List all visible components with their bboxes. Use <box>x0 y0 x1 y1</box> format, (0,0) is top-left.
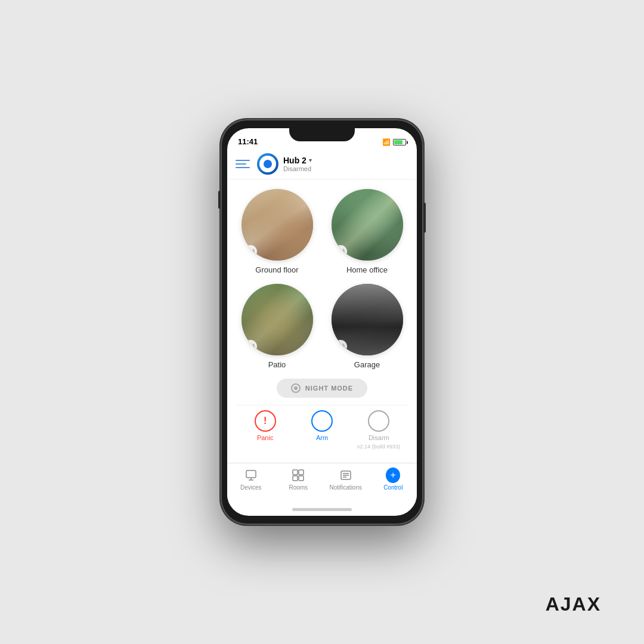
menu-line-2 <box>236 163 246 165</box>
chevron-down-icon: ▾ <box>309 157 312 163</box>
hub-name: Hub 2 <box>283 156 306 165</box>
tab-bar: Devices Rooms <box>227 463 417 506</box>
room-circle-patio <box>242 284 313 355</box>
disarm-button[interactable]: Disarm <box>368 410 389 441</box>
hub-status: Disarmed <box>283 165 312 172</box>
tab-rooms[interactable]: Rooms <box>282 468 315 491</box>
notifications-tab-icon <box>339 468 353 482</box>
app-header: Hub 2 ▾ Disarmed <box>227 148 417 179</box>
room-label-patio: Patio <box>268 360 286 369</box>
hub-avatar-dot <box>264 160 272 168</box>
phone-screen: 11:41 📶 <box>227 128 417 516</box>
wifi-icon: 📶 <box>382 138 391 146</box>
status-icons: 📶 <box>382 138 406 146</box>
hub-info[interactable]: Hub 2 ▾ Disarmed <box>257 153 312 175</box>
arm-overlay-patio <box>244 340 257 353</box>
home-bar <box>292 508 352 511</box>
svg-rect-4 <box>299 470 304 475</box>
control-tab-icon: + <box>386 468 400 482</box>
room-circle-garage <box>332 284 403 355</box>
svg-rect-0 <box>246 470 256 478</box>
ajax-logo: AJAX <box>546 593 601 615</box>
night-mode-button[interactable]: NIGHT MODE <box>277 379 367 398</box>
panic-circle-icon: ! <box>255 410 276 432</box>
tab-rooms-label: Rooms <box>289 484 308 491</box>
arm-ring-garage <box>336 342 345 351</box>
menu-icon[interactable] <box>236 160 250 168</box>
tab-notifications[interactable]: Notifications <box>329 468 362 491</box>
svg-rect-6 <box>299 476 304 481</box>
phone-notch <box>289 128 355 141</box>
tab-notifications-label: Notifications <box>330 484 362 491</box>
room-circle-home-office <box>332 189 403 261</box>
arm-ring-home-office <box>336 247 345 256</box>
tab-devices[interactable]: Devices <box>234 468 267 491</box>
room-label-home-office: Home office <box>346 265 388 274</box>
arm-button[interactable]: Arm <box>311 410 333 441</box>
menu-line-3 <box>236 167 250 168</box>
scene: AJAX 11:41 📶 <box>0 0 644 644</box>
room-circle-ground-floor <box>242 189 313 261</box>
battery-icon <box>393 139 406 145</box>
night-mode-section: NIGHT MODE <box>237 379 407 398</box>
battery-fill <box>394 140 402 144</box>
rooms-grid: Ground floor Home office <box>237 189 407 369</box>
arm-overlay-ground-floor <box>244 245 257 258</box>
main-content: Ground floor Home office <box>227 179 417 463</box>
version-text: v2.14 (build #933) <box>237 444 407 452</box>
control-row: ! Panic Arm Disarm <box>237 405 407 444</box>
control-tab-circle: + <box>386 467 400 483</box>
control-plus-icon: + <box>391 470 396 480</box>
arm-ring-patio <box>246 342 255 351</box>
panic-label: Panic <box>257 434 274 441</box>
arm-ring-ground-floor <box>246 247 255 256</box>
arm-overlay-home-office <box>334 245 347 258</box>
night-mode-icon <box>291 383 301 393</box>
arm-circle-icon <box>311 410 333 432</box>
room-label-ground-floor: Ground floor <box>255 265 298 274</box>
disarm-label: Disarm <box>369 434 389 441</box>
hub-name-row: Hub 2 ▾ <box>283 156 312 165</box>
arm-overlay-garage <box>334 340 347 353</box>
room-item-ground-floor[interactable]: Ground floor <box>237 189 317 274</box>
room-item-patio[interactable]: Patio <box>237 284 317 369</box>
svg-rect-5 <box>293 476 298 481</box>
devices-tab-icon <box>244 468 258 482</box>
tab-control-label: Control <box>383 484 402 491</box>
room-label-garage: Garage <box>354 360 380 369</box>
hub-text: Hub 2 ▾ Disarmed <box>283 156 312 172</box>
room-item-home-office[interactable]: Home office <box>327 189 407 274</box>
status-time: 11:41 <box>238 137 258 146</box>
tab-control[interactable]: + Control <box>377 468 410 491</box>
disarm-circle-icon <box>368 410 389 432</box>
svg-rect-3 <box>293 470 298 475</box>
arm-label: Arm <box>316 434 328 441</box>
panic-button[interactable]: ! Panic <box>255 410 276 441</box>
rooms-tab-icon <box>291 468 305 482</box>
hub-avatar <box>257 153 278 175</box>
hub-avatar-inner <box>259 156 276 172</box>
phone-device: 11:41 📶 <box>221 119 423 525</box>
tab-devices-label: Devices <box>240 484 262 491</box>
menu-line-1 <box>236 160 250 161</box>
night-mode-label: NIGHT MODE <box>305 385 353 392</box>
room-item-garage[interactable]: Garage <box>327 284 407 369</box>
